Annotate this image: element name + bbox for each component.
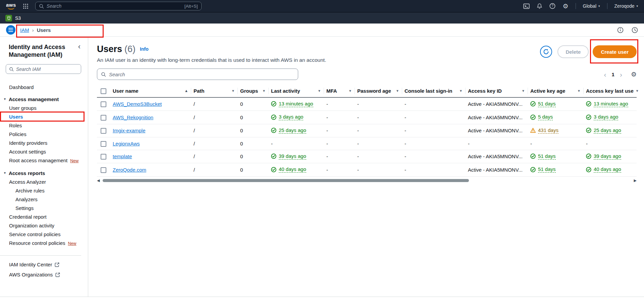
column-header-console-last-sign-in[interactable]: Console last sign-in▼ bbox=[402, 85, 465, 97]
account-menu[interactable]: Zeroqode ▾ bbox=[614, 3, 638, 9]
sidebar-item-dashboard[interactable]: Dashboard bbox=[0, 83, 88, 91]
services-grid-icon[interactable] bbox=[23, 3, 29, 9]
info-link[interactable]: Info bbox=[140, 46, 149, 52]
sidebar-item-organization-activity[interactable]: Organization activity bbox=[0, 221, 88, 230]
create-user-button[interactable]: Create user bbox=[593, 45, 637, 58]
global-search-input[interactable] bbox=[47, 3, 182, 9]
global-search-box[interactable]: [Alt+S] bbox=[35, 2, 202, 10]
sidebar-item-access-analyzer[interactable]: Access Analyzer bbox=[0, 177, 88, 186]
history-clock-icon[interactable] bbox=[632, 27, 638, 33]
aws-logo[interactable]: aws bbox=[6, 3, 16, 9]
column-header-user-name[interactable]: User name▲ bbox=[110, 85, 191, 97]
column-header-access-key-id[interactable]: Access key ID▼ bbox=[465, 85, 528, 97]
pagination-next[interactable]: › bbox=[620, 71, 622, 78]
filter-caret-icon[interactable]: ▼ bbox=[394, 89, 399, 93]
user-name-link[interactable]: Imgix-example bbox=[113, 128, 146, 133]
filter-caret-icon[interactable]: ▼ bbox=[316, 89, 321, 93]
sidebar-item-access-reports[interactable]: ▼Access reports bbox=[0, 169, 88, 177]
user-name-link[interactable]: AWS_Rekognition bbox=[113, 115, 153, 120]
row-checkbox[interactable] bbox=[101, 154, 106, 160]
sidebar-collapse-icon[interactable]: ‹ bbox=[78, 43, 80, 50]
status-ok-icon bbox=[530, 115, 536, 120]
row-checkbox[interactable] bbox=[101, 101, 106, 107]
sidebar-footer-link-aws-organizations[interactable]: AWS Organizations bbox=[9, 272, 88, 277]
pagination-previous[interactable]: ‹ bbox=[604, 71, 606, 78]
scroll-left-icon[interactable]: ◀ bbox=[97, 179, 100, 182]
sidebar-item-roles[interactable]: Roles bbox=[0, 121, 88, 130]
page-description: An IAM user is an identity with long-ter… bbox=[97, 57, 326, 63]
scrollbar-thumb[interactable] bbox=[103, 179, 469, 182]
side-nav-toggle-hamburger-icon[interactable] bbox=[6, 25, 15, 35]
new-badge: New bbox=[68, 241, 76, 246]
sidebar-item-policies[interactable]: Policies bbox=[0, 130, 88, 138]
sidebar-search-input[interactable] bbox=[16, 67, 78, 72]
delete-button[interactable]: Delete bbox=[557, 45, 589, 58]
column-header-password-age[interactable]: Password age▼ bbox=[355, 85, 402, 97]
user-name-link[interactable]: template bbox=[113, 154, 132, 159]
last-activity-cell: 25 days ago bbox=[268, 124, 324, 137]
filter-caret-icon[interactable]: ▼ bbox=[634, 89, 639, 93]
filter-caret-icon[interactable]: ▼ bbox=[260, 89, 266, 93]
sidebar-item-resource-control-policies[interactable]: Resource control policiesNew bbox=[0, 238, 88, 248]
help-icon[interactable]: ? bbox=[549, 3, 555, 9]
iam-sidebar: Identity and Access Management (IAM) ‹ D… bbox=[0, 37, 88, 297]
notifications-bell-icon[interactable] bbox=[537, 3, 542, 9]
users-table: User name▲Path▼Groups▼Last activity▼MFA▼… bbox=[97, 85, 637, 177]
sidebar-search-box[interactable] bbox=[6, 64, 81, 74]
table-filter-input[interactable] bbox=[109, 72, 294, 77]
column-header-active-key-age[interactable]: Active key age▼ bbox=[528, 85, 583, 97]
sidebar-item-archive-rules[interactable]: Archive rules bbox=[0, 186, 88, 195]
sidebar-footer-link-iam-identity-center[interactable]: IAM Identity Center bbox=[9, 262, 88, 267]
row-checkbox[interactable] bbox=[101, 128, 106, 134]
status-text: 39 days ago bbox=[594, 153, 621, 160]
external-link-label: IAM Identity Center bbox=[9, 262, 52, 267]
cloudshell-terminal-icon[interactable] bbox=[523, 3, 530, 9]
page-actions: Delete Create user bbox=[540, 44, 637, 58]
console-shell: Identity and Access Management (IAM) ‹ D… bbox=[0, 37, 644, 297]
filter-caret-icon[interactable]: ▼ bbox=[457, 89, 463, 93]
sidebar-item-settings[interactable]: Settings bbox=[0, 204, 88, 212]
pagination-current-page[interactable]: 1 bbox=[611, 72, 615, 77]
filter-caret-icon[interactable]: ▼ bbox=[346, 89, 352, 93]
filter-caret-icon[interactable]: ▼ bbox=[520, 89, 525, 93]
sidebar-item-credential-report[interactable]: Credential report bbox=[0, 212, 88, 221]
sidebar-item-identity-providers[interactable]: Identity providers bbox=[0, 138, 88, 147]
sidebar-item-user-groups[interactable]: User groups bbox=[0, 103, 88, 112]
sidebar-item-access-management[interactable]: ▼Access management bbox=[0, 95, 88, 103]
row-checkbox[interactable] bbox=[101, 141, 106, 147]
password-age-cell: - bbox=[355, 124, 402, 137]
sidebar-item-root-access-management[interactable]: Root access managementNew bbox=[0, 156, 88, 165]
sort-ascending-icon[interactable]: ▲ bbox=[182, 89, 188, 93]
table-filter-box[interactable] bbox=[97, 69, 298, 80]
user-name-link[interactable]: ZeroQode.com bbox=[113, 167, 146, 173]
table-settings-gear-icon[interactable]: ⚙ bbox=[631, 71, 637, 78]
breadcrumb-iam-link[interactable]: IAM bbox=[20, 27, 29, 33]
refresh-button[interactable] bbox=[540, 46, 552, 58]
status-ok-icon bbox=[271, 154, 276, 159]
info-panel-icon[interactable] bbox=[617, 27, 624, 33]
column-header-access-key-last-use[interactable]: Access key last use▼ bbox=[583, 85, 637, 97]
settings-gear-icon[interactable]: ⚙ bbox=[562, 3, 568, 9]
scroll-right-icon[interactable]: ▶ bbox=[634, 179, 637, 182]
row-select-cell bbox=[97, 163, 110, 177]
status-warning-icon bbox=[530, 128, 536, 133]
column-header-mfa[interactable]: MFA▼ bbox=[324, 85, 355, 97]
scrollbar-track[interactable] bbox=[103, 179, 631, 182]
favorite-s3-shortcut[interactable]: S3 bbox=[5, 15, 21, 21]
row-checkbox[interactable] bbox=[101, 167, 106, 173]
sidebar-item-account-settings[interactable]: Account settings bbox=[0, 147, 88, 156]
user-name-link[interactable]: LegionxAws bbox=[113, 141, 140, 146]
column-header-groups[interactable]: Groups▼ bbox=[237, 85, 268, 97]
column-header-path[interactable]: Path▼ bbox=[191, 85, 237, 97]
sidebar-item-analyzers[interactable]: Analyzers bbox=[0, 195, 88, 204]
filter-caret-icon[interactable]: ▼ bbox=[575, 89, 581, 93]
region-selector[interactable]: Global ▾ bbox=[583, 3, 600, 9]
select-all-checkbox[interactable] bbox=[101, 88, 106, 94]
filter-caret-icon[interactable]: ▼ bbox=[229, 89, 235, 93]
sidebar-item-service-control-policies[interactable]: Service control policies bbox=[0, 230, 88, 238]
sidebar-item-users[interactable]: Users bbox=[0, 112, 88, 121]
groups-cell: 0 bbox=[237, 137, 268, 150]
column-header-last-activity[interactable]: Last activity▼ bbox=[268, 85, 324, 97]
user-name-link[interactable]: AWS_DemoS3Bucket bbox=[113, 101, 162, 107]
row-checkbox[interactable] bbox=[101, 115, 106, 121]
